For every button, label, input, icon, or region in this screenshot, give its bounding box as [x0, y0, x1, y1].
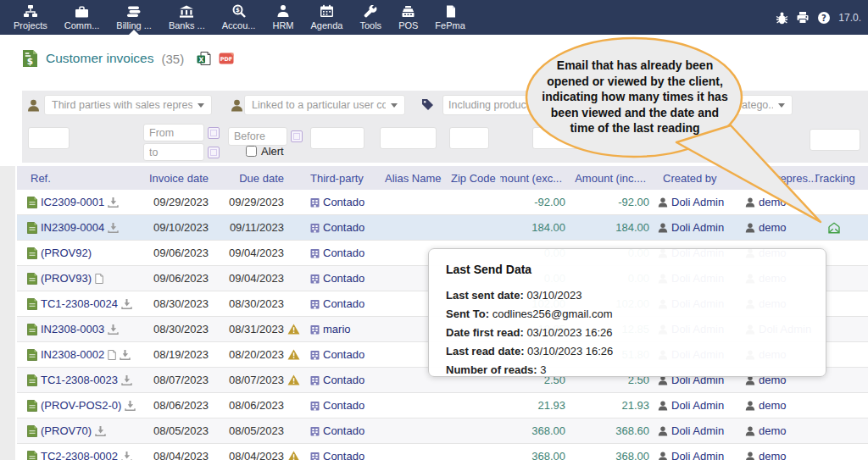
late-warning-icon — [287, 451, 300, 460]
nav-item-banks[interactable]: Banks ... — [160, 0, 214, 35]
created-by-cell: Doli Admin — [651, 399, 742, 412]
user-filter-icon — [231, 99, 243, 112]
invoice-ref-link[interactable]: IN2309-0004 — [41, 221, 104, 234]
table-row[interactable]: (PROV-POS2-0) 08/06/2023 08/06/2023 Cont… — [17, 393, 868, 418]
sales-rep-cell: demo — [742, 424, 815, 437]
table-row[interactable]: TC2-2308-0002 08/04/2023 08/04/2023 Cont… — [17, 444, 868, 460]
column-header-alias[interactable]: Alias Name — [380, 166, 449, 190]
column-header-invoice-date[interactable]: ▲Invoice date — [149, 166, 209, 190]
sales-rep-link[interactable]: demo — [759, 399, 787, 412]
company-icon — [310, 426, 320, 436]
svg-text:PDF: PDF — [220, 56, 233, 63]
invoice-date-cell: 08/07/2023 — [149, 374, 209, 386]
thirdparty-link[interactable]: Contado — [323, 450, 364, 460]
nav-item-pos[interactable]: POS — [390, 0, 426, 35]
thirdparty-link[interactable]: Contado — [323, 374, 364, 386]
download-icon[interactable] — [108, 324, 119, 335]
calendar-picker-icon[interactable] — [208, 127, 220, 139]
invoice-ref-link[interactable]: IN2308-0003 — [41, 323, 104, 335]
download-icon[interactable] — [108, 197, 119, 208]
thirdparty-sales-dropdown[interactable]: Third parties with sales represe... — [44, 95, 212, 115]
column-header-due-date[interactable]: Due date — [209, 166, 303, 190]
invoice-ref-link[interactable]: TC2-2308-0002 — [41, 450, 118, 460]
download-icon[interactable] — [121, 375, 132, 385]
thirdparty-cell: Contado — [303, 348, 380, 361]
ref-cell: TC1-2308-0024 — [17, 297, 149, 310]
thirdparty-search-input[interactable] — [310, 127, 364, 149]
svg-text:$: $ — [236, 7, 240, 14]
invoice-ref-link[interactable]: TC1-2308-0023 — [41, 374, 118, 386]
late-warning-icon — [287, 324, 300, 335]
nav-item-billing[interactable]: Billing ... — [108, 0, 160, 35]
alias-search-input[interactable] — [380, 127, 437, 149]
nav-item-accounting[interactable]: $ Accou... — [214, 0, 264, 35]
ref-cell: (PROV70) — [17, 424, 149, 437]
bug-icon[interactable] — [776, 11, 788, 25]
nav-item-tools[interactable]: Tools — [351, 0, 390, 35]
due-date-cell: 08/20/2023 — [209, 348, 303, 361]
download-icon[interactable] — [95, 426, 106, 436]
alert-checkbox[interactable] — [246, 146, 257, 157]
thirdparty-cell: Contado — [303, 399, 380, 412]
invoice-ref-link[interactable]: IN2308-0002 — [41, 348, 104, 361]
ref-search-input[interactable] — [28, 127, 70, 149]
nav-item-agenda[interactable]: Agenda — [303, 0, 352, 35]
user-icon — [658, 452, 668, 460]
thirdparty-link[interactable]: Contado — [323, 297, 364, 310]
invoice-date-to-input[interactable] — [143, 143, 204, 161]
download-icon[interactable] — [125, 401, 136, 411]
thirdparty-link[interactable]: Contado — [323, 399, 364, 412]
invoice-date-from-input[interactable] — [143, 124, 204, 141]
download-icon[interactable] — [121, 452, 132, 460]
thirdparty-link[interactable]: Contado — [323, 348, 364, 361]
ref-cell: IC2309-0001 — [17, 196, 149, 208]
nav-item-commerce[interactable]: Comm... — [56, 0, 108, 35]
thirdparty-link[interactable]: Contado — [323, 424, 364, 437]
tracking-cell — [815, 400, 868, 412]
table-row[interactable]: (PROV70) 08/05/2023 08/05/2023 Contado 3… — [17, 418, 868, 444]
invoice-ref-link[interactable]: (PROV92) — [41, 247, 92, 259]
due-date-cell: 08/30/2023 — [209, 297, 303, 310]
thirdparty-link[interactable]: Contado — [323, 247, 364, 259]
sales-rep-link[interactable]: demo — [759, 424, 787, 437]
linked-user-dropdown[interactable]: Linked to a particular user con... — [244, 95, 405, 115]
user-icon — [745, 401, 755, 411]
zip-search-input[interactable] — [449, 127, 489, 149]
created-by-link[interactable]: Doli Admin — [671, 424, 724, 437]
coins-icon — [126, 5, 142, 18]
thirdparty-link[interactable]: mario — [323, 323, 351, 335]
created-by-link[interactable]: Doli Admin — [671, 399, 724, 412]
thirdparty-cell: mario — [303, 323, 380, 335]
user-icon — [745, 426, 755, 436]
calendar-picker-icon[interactable] — [291, 130, 303, 142]
invoice-ref-link[interactable]: (PROV70) — [41, 424, 92, 437]
thirdparty-link[interactable]: Contado — [323, 272, 364, 285]
download-icon[interactable] — [108, 223, 119, 233]
due-date-before-input[interactable] — [228, 127, 287, 146]
help-icon[interactable]: ? — [817, 11, 831, 25]
print-icon[interactable] — [796, 11, 810, 24]
thirdparty-link[interactable]: Contado — [323, 196, 364, 208]
nav-item-projects[interactable]: Projects — [5, 0, 56, 35]
export-pdf-icon[interactable]: PDF — [219, 52, 234, 65]
nav-item-fepma[interactable]: FePma — [426, 0, 473, 35]
export-excel-icon[interactable]: X — [197, 52, 211, 65]
ref-cell: (PROV-POS2-0) — [17, 399, 149, 412]
column-header-zip[interactable]: Zip Code — [449, 166, 500, 190]
sales-rep-cell: demo — [742, 399, 815, 412]
calendar-picker-icon[interactable] — [208, 147, 220, 158]
nav-item-hrm[interactable]: HRM — [264, 0, 302, 35]
invoice-file-icon — [27, 451, 37, 460]
sales-rep-link[interactable]: demo — [759, 450, 787, 460]
invoice-ref-link[interactable]: (PROV93) — [41, 272, 92, 285]
column-header-ref[interactable]: Ref. — [17, 166, 149, 190]
company-icon — [310, 350, 320, 360]
invoice-ref-link[interactable]: (PROV-POS2-0) — [41, 399, 121, 412]
thirdparty-link[interactable]: Contado — [323, 221, 364, 234]
column-header-thirdparty[interactable]: Third-party — [303, 166, 380, 190]
created-by-link[interactable]: Doli Admin — [671, 450, 724, 460]
download-icon[interactable] — [121, 299, 132, 309]
download-icon[interactable] — [120, 350, 131, 360]
invoice-ref-link[interactable]: TC1-2308-0024 — [41, 297, 118, 310]
invoice-ref-link[interactable]: IC2309-0001 — [41, 196, 104, 208]
